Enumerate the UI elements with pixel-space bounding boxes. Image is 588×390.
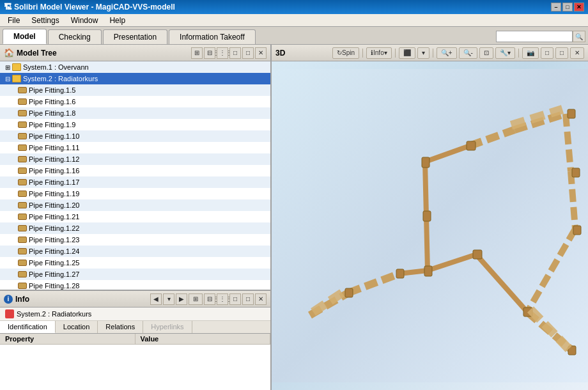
titlebar-controls[interactable]: – □ ✕ bbox=[551, 3, 584, 12]
tree-tool-3[interactable]: ⋮⋮⋮ bbox=[217, 47, 228, 59]
spin-icon: ↻ bbox=[337, 49, 342, 56]
model-tree-pane: 🏠 Model Tree ⊞ ⊟ ⋮⋮⋮ □ □ ✕ ⊞ System.1 bbox=[0, 45, 270, 291]
pipe-label: Pipe Fitting.1.27 bbox=[29, 270, 80, 278]
menu-file[interactable]: File bbox=[3, 15, 25, 26]
pipe-label: Pipe Fitting.1.10 bbox=[29, 132, 80, 140]
list-item[interactable]: Pipe Fitting.1.12 bbox=[0, 153, 270, 165]
view-close-button[interactable]: ✕ bbox=[570, 47, 584, 59]
info-label: Info bbox=[15, 295, 29, 304]
tree-content[interactable]: ⊞ System.1 : Overvann ⊟ System.2 : Radia… bbox=[0, 61, 270, 290]
maximize-button[interactable]: □ bbox=[562, 3, 573, 12]
info-tab-location[interactable]: Location bbox=[56, 321, 98, 333]
pipe-3d-visualization bbox=[272, 61, 588, 390]
svg-line-7 bbox=[426, 216, 428, 270]
tree-tool-close[interactable]: ✕ bbox=[255, 47, 267, 59]
info-button[interactable]: ℹ Info ▾ bbox=[366, 47, 392, 59]
tab-checking[interactable]: Checking bbox=[48, 29, 102, 44]
svg-rect-17 bbox=[424, 266, 432, 276]
info-tab-hyperlinks[interactable]: Hyperlinks bbox=[143, 321, 192, 333]
zoom-out-button[interactable]: 🔍- bbox=[459, 47, 477, 59]
list-item[interactable]: Pipe Fitting.1.21 bbox=[0, 211, 270, 222]
tab-model[interactable]: Model bbox=[3, 29, 47, 44]
view-separator-1 bbox=[362, 49, 363, 58]
pipe-label: Pipe Fitting.1.12 bbox=[29, 155, 80, 163]
menu-window[interactable]: Window bbox=[66, 15, 104, 26]
list-item[interactable]: Pipe Fitting.1.16 bbox=[0, 165, 270, 176]
list-item[interactable]: Pipe Fitting.1.27 bbox=[0, 269, 270, 280]
view-resize-button[interactable]: □ bbox=[541, 47, 553, 59]
tab-presentation[interactable]: Presentation bbox=[103, 29, 167, 44]
search-button[interactable]: 🔍 bbox=[573, 31, 585, 42]
model-tree-toolbar: ⊞ ⊟ ⋮⋮⋮ □ □ ✕ bbox=[191, 47, 267, 59]
svg-rect-22 bbox=[573, 226, 581, 235]
pipe-label: Pipe Fitting.1.24 bbox=[29, 247, 80, 255]
pipe-label: Pipe Fitting.1.25 bbox=[29, 259, 80, 267]
pipe-label: Pipe Fitting.1.22 bbox=[29, 224, 80, 232]
info-tool-5[interactable]: □ bbox=[242, 293, 254, 305]
tree-tool-1[interactable]: ⊞ bbox=[191, 47, 203, 59]
list-item[interactable]: Pipe Fitting.1.23 bbox=[0, 234, 270, 246]
spin-button[interactable]: ↻ Spin bbox=[332, 47, 359, 59]
info-header: i Info ◀ ▾ ▶ ⊞ ⊟ ⋮⋮⋮ □ □ ✕ bbox=[0, 291, 270, 308]
list-item[interactable]: Pipe Fitting.1.24 bbox=[0, 246, 270, 257]
list-item[interactable]: Pipe Fitting.1.22 bbox=[0, 222, 270, 234]
info-btn-label: Info bbox=[373, 49, 384, 56]
info-tabs: Identification Location Relations Hyperl… bbox=[0, 321, 270, 334]
tree-tool-5[interactable]: □ bbox=[242, 47, 254, 59]
house-icon: 🏠 bbox=[4, 48, 14, 58]
list-item[interactable]: Pipe Fitting.1.8 bbox=[0, 107, 270, 119]
menu-settings[interactable]: Settings bbox=[26, 15, 64, 26]
tree-item-system2[interactable]: ⊟ System.2 : Radiatorkurs bbox=[0, 73, 270, 84]
svg-rect-23 bbox=[345, 288, 353, 297]
info-system-text: System.2 : Radiatorkurs bbox=[17, 310, 91, 318]
info-nav-forward[interactable]: ▶ bbox=[176, 293, 187, 305]
list-item[interactable]: Pipe Fitting.1.6 bbox=[0, 96, 270, 107]
view-cube-button[interactable]: ⬛ bbox=[399, 47, 415, 59]
info-tab-identification[interactable]: Identification bbox=[0, 321, 56, 333]
pipe-label: Pipe Fitting.1.8 bbox=[29, 109, 75, 117]
close-button[interactable]: ✕ bbox=[574, 3, 584, 12]
minimize-button[interactable]: – bbox=[551, 3, 561, 12]
info-tool-4[interactable]: □ bbox=[229, 293, 241, 305]
pipe-label: Pipe Fitting.1.20 bbox=[29, 201, 80, 209]
list-item[interactable]: Pipe Fitting.1.28 bbox=[0, 280, 270, 290]
search-input[interactable] bbox=[496, 31, 573, 42]
svg-line-6 bbox=[425, 162, 426, 216]
list-item[interactable]: Pipe Fitting.1.9 bbox=[0, 119, 270, 130]
searchbar: 🔍 bbox=[496, 31, 585, 42]
info-tool-close[interactable]: ✕ bbox=[255, 293, 267, 305]
viewport-3d[interactable] bbox=[272, 61, 588, 390]
menu-help[interactable]: Help bbox=[104, 15, 130, 26]
tab-information-takeoff[interactable]: Information Takeoff bbox=[169, 29, 256, 44]
3d-label: 3D bbox=[275, 49, 285, 58]
list-item[interactable]: Pipe Fitting.1.20 bbox=[0, 199, 270, 211]
view-title: 3D bbox=[275, 49, 285, 58]
info-tool-3[interactable]: ⋮⋮⋮ bbox=[217, 293, 228, 305]
view-maximize-button[interactable]: □ bbox=[555, 47, 568, 59]
list-item[interactable]: Pipe Fitting.1.19 bbox=[0, 188, 270, 199]
info-dropdown-icon: ▾ bbox=[384, 49, 387, 56]
list-item[interactable]: Pipe Fitting.1.10 bbox=[0, 130, 270, 142]
list-item[interactable]: Pipe Fitting.1.25 bbox=[0, 257, 270, 269]
info-nav-dropdown[interactable]: ▾ bbox=[163, 293, 174, 305]
pipe-label: Pipe Fitting.1.6 bbox=[29, 98, 75, 105]
info-table: Property Value bbox=[0, 334, 270, 390]
svg-rect-24 bbox=[396, 269, 404, 278]
list-item[interactable]: Pipe Fitting.1.11 bbox=[0, 142, 270, 153]
zoom-in-button[interactable]: 🔍+ bbox=[437, 47, 457, 59]
view-header: 3D ↻ Spin ℹ Info ▾ ⬛ ▾ 🔍+ 🔍- ⊡ bbox=[272, 45, 588, 61]
view-mode-button[interactable]: ▾ bbox=[417, 47, 429, 59]
view-save-button[interactable]: 📷 bbox=[522, 47, 539, 59]
property-column-header: Property bbox=[0, 334, 135, 344]
info-tab-relations[interactable]: Relations bbox=[98, 321, 143, 333]
svg-rect-19 bbox=[473, 250, 482, 259]
list-item[interactable]: Pipe Fitting.1.17 bbox=[0, 176, 270, 188]
list-item[interactable]: Pipe Fitting.1.5 bbox=[0, 84, 270, 96]
pipe-label: Pipe Fitting.1.5 bbox=[29, 86, 75, 94]
tree-tool-4[interactable]: □ bbox=[229, 47, 241, 59]
zoom-fit-button[interactable]: ⊡ bbox=[479, 47, 493, 59]
info-tool-1[interactable]: ⊞ bbox=[189, 293, 203, 305]
view-options-button[interactable]: 🔧▾ bbox=[495, 47, 515, 59]
tree-item-system1[interactable]: ⊞ System.1 : Overvann bbox=[0, 61, 270, 73]
info-nav-back[interactable]: ◀ bbox=[150, 293, 162, 305]
